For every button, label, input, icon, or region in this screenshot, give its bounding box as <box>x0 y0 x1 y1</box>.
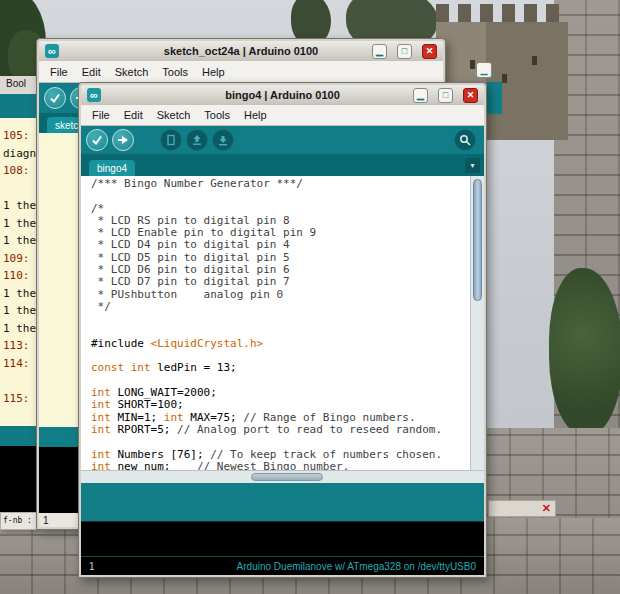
magnifier-icon <box>459 134 472 147</box>
code-line <box>3 180 37 198</box>
tab-menu-button[interactable]: ▾ <box>465 158 480 173</box>
check-icon <box>91 134 103 146</box>
menu-item-edit[interactable]: Edit <box>117 109 150 121</box>
verify-button[interactable] <box>86 129 108 151</box>
hidden-window-toolbar-sliver <box>487 82 502 114</box>
statusbar: 1 Arduino Duemilanove w/ ATmega328 on /d… <box>81 556 484 575</box>
titlebar-sketch[interactable]: ∞ sketch_oct24a | Arduino 0100 ▁ □ ✕ <box>39 41 443 61</box>
horizontal-scrollbar-thumb[interactable] <box>251 473 323 481</box>
menu-item-sketch[interactable]: Sketch <box>150 109 198 121</box>
verify-button[interactable] <box>44 87 66 109</box>
code-line: 108: <box>3 162 37 180</box>
background-window-editor[interactable]: 105:diagn108: 1 the1 the1 the109:110:1 t… <box>0 118 37 426</box>
maximize-button[interactable]: □ <box>397 44 412 59</box>
code-line: 113: <box>3 337 37 355</box>
new-sketch-button[interactable] <box>160 129 182 151</box>
code-line: 1 the <box>3 285 37 303</box>
menubar: FileEditSketchToolsHelp <box>39 61 443 83</box>
up-arrow-icon <box>191 134 203 146</box>
background-editor-window: Bool 105:diagn108: 1 the1 the1 the109:11… <box>0 76 37 530</box>
menu-item-edit[interactable]: Edit <box>75 66 108 78</box>
minimize-button[interactable]: ▁ <box>372 44 387 59</box>
vertical-scrollbar[interactable] <box>470 176 484 470</box>
serial-monitor-button[interactable] <box>454 129 476 151</box>
down-arrow-icon <box>217 134 229 146</box>
bushes-right <box>549 268 620 436</box>
vertical-scrollbar-thumb[interactable] <box>473 179 482 301</box>
code-line: 1 the <box>3 232 37 250</box>
maximize-button[interactable]: □ <box>438 88 453 103</box>
background-window-header: Bool <box>0 76 37 94</box>
code-line: const int ledPin = 13; <box>91 362 470 374</box>
console-output <box>81 521 484 556</box>
arduino-logo-icon: ∞ <box>87 88 101 102</box>
new-file-icon <box>165 134 177 146</box>
code-line: 115: <box>3 390 37 408</box>
window-bingo4: ∞ bingo4 | Arduino 0100 ▁ □ ✕ FileEditSk… <box>78 82 487 578</box>
hidden-window-bottom-strip: ✕ <box>488 500 556 517</box>
code-line: 105: <box>3 127 37 145</box>
menu-item-tools[interactable]: Tools <box>197 109 237 121</box>
code-line <box>91 313 470 325</box>
menu-item-tools[interactable]: Tools <box>155 66 195 78</box>
code-line: 110: <box>3 267 37 285</box>
code-line: diagn <box>3 145 37 163</box>
code-line: int RPORT=5; // Analog port to read to r… <box>91 424 470 436</box>
tower-window <box>532 56 537 65</box>
arduino-logo-icon: ∞ <box>45 44 59 58</box>
tower-window <box>470 60 475 69</box>
right-arrow-icon <box>117 134 129 146</box>
hidden-window-minimize-button[interactable]: ▁ <box>476 62 492 78</box>
code-line: 114: <box>3 355 37 373</box>
close-button[interactable]: ✕ <box>463 88 478 103</box>
code-line: #include <LiquidCrystal.h> <box>91 338 470 350</box>
tower-window <box>502 74 507 83</box>
check-icon <box>49 92 61 104</box>
code-line: 1 the <box>3 215 37 233</box>
code-line: 1 the <box>3 320 37 338</box>
code-line: 1 the <box>3 197 37 215</box>
code-line <box>91 190 470 202</box>
background-window-console <box>0 446 37 512</box>
menu-item-help[interactable]: Help <box>237 109 274 121</box>
menubar: FileEditSketchToolsHelp <box>81 105 484 126</box>
menu-item-file[interactable]: File <box>85 109 117 121</box>
error-close-icon[interactable]: ✕ <box>542 503 551 514</box>
board-port-info: Arduino Duemilanove w/ ATmega328 on /dev… <box>237 561 476 572</box>
tab-bingo4[interactable]: bingo4 <box>89 160 135 176</box>
minimize-button[interactable]: ▁ <box>413 88 428 103</box>
window-title: sketch_oct24a | Arduino 0100 <box>164 45 318 57</box>
background-window-toolbar <box>0 94 37 118</box>
code-editor: /*** Bingo Number Generator ***/ /* * LC… <box>81 176 484 470</box>
open-sketch-button[interactable] <box>186 129 208 151</box>
upload-button[interactable] <box>112 129 134 151</box>
titlebar-bingo4[interactable]: ∞ bingo4 | Arduino 0100 ▁ □ ✕ <box>81 85 484 105</box>
message-area <box>81 483 484 521</box>
window-title: bingo4 | Arduino 0100 <box>225 89 340 101</box>
tabstrip: bingo4 ▾ <box>81 154 484 176</box>
code-line: */ <box>91 301 470 313</box>
background-window-message-area <box>0 426 37 446</box>
code-line <box>3 372 37 390</box>
cursor-line-number: 1 <box>89 561 95 572</box>
code-line: 1 the <box>3 302 37 320</box>
code-line: /*** Bingo Number Generator ***/ <box>91 178 470 190</box>
menu-item-file[interactable]: File <box>43 66 75 78</box>
save-sketch-button[interactable] <box>212 129 234 151</box>
menu-item-help[interactable]: Help <box>195 66 232 78</box>
code-line: 109: <box>3 250 37 268</box>
menu-item-sketch[interactable]: Sketch <box>108 66 156 78</box>
close-button[interactable]: ✕ <box>422 44 437 59</box>
code-pane[interactable]: /*** Bingo Number Generator ***/ /* * LC… <box>81 176 470 470</box>
code-line: * PUshbutton analog pin 0 <box>91 289 470 301</box>
horizontal-scrollbar[interactable] <box>81 470 484 483</box>
code-line: int new_num; // Newest Bingo number. <box>91 461 470 470</box>
desktop: Bool 105:diagn108: 1 the1 the1 the109:11… <box>0 0 620 594</box>
toolbar <box>81 126 484 154</box>
